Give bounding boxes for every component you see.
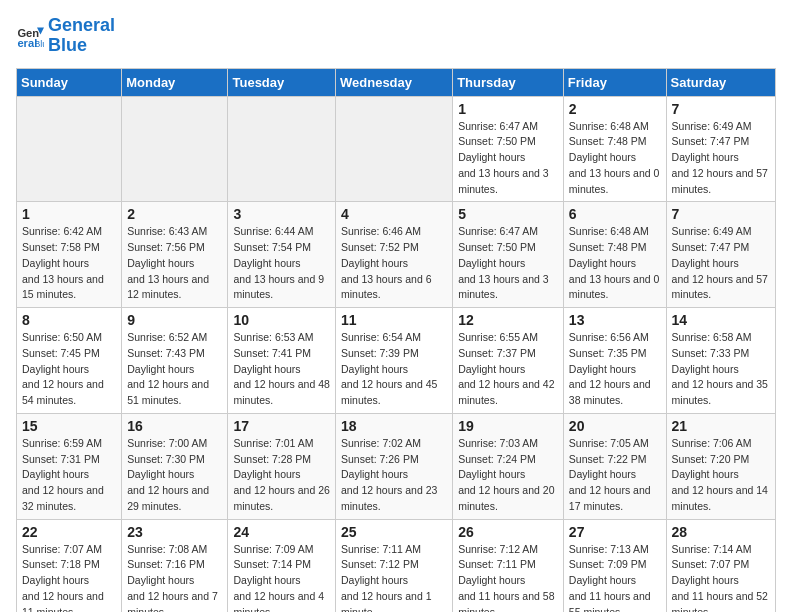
day-number: 13 — [569, 312, 661, 328]
day-detail: Sunrise: 7:00 AM Sunset: 7:30 PM Dayligh… — [127, 436, 222, 515]
logo: Gen eral Blue General Blue — [16, 16, 115, 56]
calendar-week-row: 1 Sunrise: 6:47 AM Sunset: 7:50 PM Dayli… — [17, 96, 776, 202]
day-detail: Sunrise: 7:05 AM Sunset: 7:22 PM Dayligh… — [569, 436, 661, 515]
calendar-day-cell: 23 Sunrise: 7:08 AM Sunset: 7:16 PM Dayl… — [122, 519, 228, 612]
calendar-day-cell: 4 Sunrise: 6:46 AM Sunset: 7:52 PM Dayli… — [336, 202, 453, 308]
day-detail: Sunrise: 6:46 AM Sunset: 7:52 PM Dayligh… — [341, 224, 447, 303]
empty-cell — [17, 96, 122, 202]
calendar-day-cell: 10 Sunrise: 6:53 AM Sunset: 7:41 PM Dayl… — [228, 308, 336, 414]
day-number: 20 — [569, 418, 661, 434]
weekday-header: Sunday — [17, 68, 122, 96]
calendar-day-cell: 17 Sunrise: 7:01 AM Sunset: 7:28 PM Dayl… — [228, 413, 336, 519]
day-detail: Sunrise: 7:09 AM Sunset: 7:14 PM Dayligh… — [233, 542, 330, 612]
day-detail: Sunrise: 6:44 AM Sunset: 7:54 PM Dayligh… — [233, 224, 330, 303]
calendar-day-cell: 11 Sunrise: 6:54 AM Sunset: 7:39 PM Dayl… — [336, 308, 453, 414]
day-number: 21 — [672, 418, 770, 434]
day-detail: Sunrise: 6:47 AM Sunset: 7:50 PM Dayligh… — [458, 119, 558, 198]
calendar-day-cell: 16 Sunrise: 7:00 AM Sunset: 7:30 PM Dayl… — [122, 413, 228, 519]
day-detail: Sunrise: 7:07 AM Sunset: 7:18 PM Dayligh… — [22, 542, 116, 612]
calendar-day-cell: 12 Sunrise: 6:55 AM Sunset: 7:37 PM Dayl… — [453, 308, 564, 414]
day-number: 10 — [233, 312, 330, 328]
logo-text-blue: Blue — [48, 36, 115, 56]
logo-icon: Gen eral Blue — [16, 22, 44, 50]
day-detail: Sunrise: 6:48 AM Sunset: 7:48 PM Dayligh… — [569, 224, 661, 303]
calendar-day-cell: 3 Sunrise: 6:44 AM Sunset: 7:54 PM Dayli… — [228, 202, 336, 308]
calendar-day-cell: 19 Sunrise: 7:03 AM Sunset: 7:24 PM Dayl… — [453, 413, 564, 519]
day-detail: Sunrise: 7:01 AM Sunset: 7:28 PM Dayligh… — [233, 436, 330, 515]
weekday-header: Monday — [122, 68, 228, 96]
calendar-week-row: 8 Sunrise: 6:50 AM Sunset: 7:45 PM Dayli… — [17, 308, 776, 414]
calendar-day-cell: 8 Sunrise: 6:50 AM Sunset: 7:45 PM Dayli… — [17, 308, 122, 414]
day-number: 2 — [569, 101, 661, 117]
day-number: 9 — [127, 312, 222, 328]
calendar-day-cell: 2 Sunrise: 6:43 AM Sunset: 7:56 PM Dayli… — [122, 202, 228, 308]
calendar-week-row: 22 Sunrise: 7:07 AM Sunset: 7:18 PM Dayl… — [17, 519, 776, 612]
calendar-day-cell: 18 Sunrise: 7:02 AM Sunset: 7:26 PM Dayl… — [336, 413, 453, 519]
day-number: 19 — [458, 418, 558, 434]
weekday-header-row: SundayMondayTuesdayWednesdayThursdayFrid… — [17, 68, 776, 96]
page-header: Gen eral Blue General Blue — [16, 16, 776, 56]
day-number: 7 — [672, 206, 770, 222]
calendar-day-cell: 7 Sunrise: 6:49 AM Sunset: 7:47 PM Dayli… — [666, 202, 775, 308]
day-detail: Sunrise: 6:49 AM Sunset: 7:47 PM Dayligh… — [672, 119, 770, 198]
weekday-header: Wednesday — [336, 68, 453, 96]
day-number: 26 — [458, 524, 558, 540]
calendar-day-cell: 22 Sunrise: 7:07 AM Sunset: 7:18 PM Dayl… — [17, 519, 122, 612]
calendar-day-cell: 7 Sunrise: 6:49 AM Sunset: 7:47 PM Dayli… — [666, 96, 775, 202]
svg-text:Blue: Blue — [34, 39, 44, 49]
empty-cell — [228, 96, 336, 202]
calendar-day-cell: 24 Sunrise: 7:09 AM Sunset: 7:14 PM Dayl… — [228, 519, 336, 612]
day-number: 8 — [22, 312, 116, 328]
day-detail: Sunrise: 6:48 AM Sunset: 7:48 PM Dayligh… — [569, 119, 661, 198]
day-number: 24 — [233, 524, 330, 540]
day-detail: Sunrise: 7:03 AM Sunset: 7:24 PM Dayligh… — [458, 436, 558, 515]
calendar-day-cell: 25 Sunrise: 7:11 AM Sunset: 7:12 PM Dayl… — [336, 519, 453, 612]
weekday-header: Saturday — [666, 68, 775, 96]
day-number: 6 — [569, 206, 661, 222]
calendar-week-row: 1 Sunrise: 6:42 AM Sunset: 7:58 PM Dayli… — [17, 202, 776, 308]
day-detail: Sunrise: 6:52 AM Sunset: 7:43 PM Dayligh… — [127, 330, 222, 409]
calendar-week-row: 15 Sunrise: 6:59 AM Sunset: 7:31 PM Dayl… — [17, 413, 776, 519]
day-number: 4 — [341, 206, 447, 222]
day-detail: Sunrise: 7:14 AM Sunset: 7:07 PM Dayligh… — [672, 542, 770, 612]
day-number: 5 — [458, 206, 558, 222]
day-detail: Sunrise: 6:49 AM Sunset: 7:47 PM Dayligh… — [672, 224, 770, 303]
calendar-day-cell: 26 Sunrise: 7:12 AM Sunset: 7:11 PM Dayl… — [453, 519, 564, 612]
calendar-day-cell: 1 Sunrise: 6:42 AM Sunset: 7:58 PM Dayli… — [17, 202, 122, 308]
day-number: 14 — [672, 312, 770, 328]
calendar-day-cell: 20 Sunrise: 7:05 AM Sunset: 7:22 PM Dayl… — [563, 413, 666, 519]
calendar-day-cell: 27 Sunrise: 7:13 AM Sunset: 7:09 PM Dayl… — [563, 519, 666, 612]
day-detail: Sunrise: 7:12 AM Sunset: 7:11 PM Dayligh… — [458, 542, 558, 612]
day-detail: Sunrise: 6:43 AM Sunset: 7:56 PM Dayligh… — [127, 224, 222, 303]
day-detail: Sunrise: 7:11 AM Sunset: 7:12 PM Dayligh… — [341, 542, 447, 612]
day-number: 27 — [569, 524, 661, 540]
day-detail: Sunrise: 7:06 AM Sunset: 7:20 PM Dayligh… — [672, 436, 770, 515]
day-number: 11 — [341, 312, 447, 328]
day-number: 7 — [672, 101, 770, 117]
empty-cell — [122, 96, 228, 202]
day-number: 1 — [22, 206, 116, 222]
day-detail: Sunrise: 7:08 AM Sunset: 7:16 PM Dayligh… — [127, 542, 222, 612]
day-number: 2 — [127, 206, 222, 222]
calendar-day-cell: 21 Sunrise: 7:06 AM Sunset: 7:20 PM Dayl… — [666, 413, 775, 519]
day-detail: Sunrise: 6:53 AM Sunset: 7:41 PM Dayligh… — [233, 330, 330, 409]
logo-text-general: General — [48, 16, 115, 36]
day-number: 16 — [127, 418, 222, 434]
day-detail: Sunrise: 7:13 AM Sunset: 7:09 PM Dayligh… — [569, 542, 661, 612]
day-number: 28 — [672, 524, 770, 540]
day-number: 1 — [458, 101, 558, 117]
day-number: 12 — [458, 312, 558, 328]
calendar-day-cell: 28 Sunrise: 7:14 AM Sunset: 7:07 PM Dayl… — [666, 519, 775, 612]
day-number: 25 — [341, 524, 447, 540]
day-detail: Sunrise: 6:59 AM Sunset: 7:31 PM Dayligh… — [22, 436, 116, 515]
weekday-header: Friday — [563, 68, 666, 96]
day-detail: Sunrise: 6:58 AM Sunset: 7:33 PM Dayligh… — [672, 330, 770, 409]
weekday-header: Thursday — [453, 68, 564, 96]
day-number: 22 — [22, 524, 116, 540]
calendar-day-cell: 1 Sunrise: 6:47 AM Sunset: 7:50 PM Dayli… — [453, 96, 564, 202]
day-detail: Sunrise: 6:42 AM Sunset: 7:58 PM Dayligh… — [22, 224, 116, 303]
calendar-day-cell: 5 Sunrise: 6:47 AM Sunset: 7:50 PM Dayli… — [453, 202, 564, 308]
day-number: 15 — [22, 418, 116, 434]
day-detail: Sunrise: 6:47 AM Sunset: 7:50 PM Dayligh… — [458, 224, 558, 303]
day-detail: Sunrise: 6:50 AM Sunset: 7:45 PM Dayligh… — [22, 330, 116, 409]
